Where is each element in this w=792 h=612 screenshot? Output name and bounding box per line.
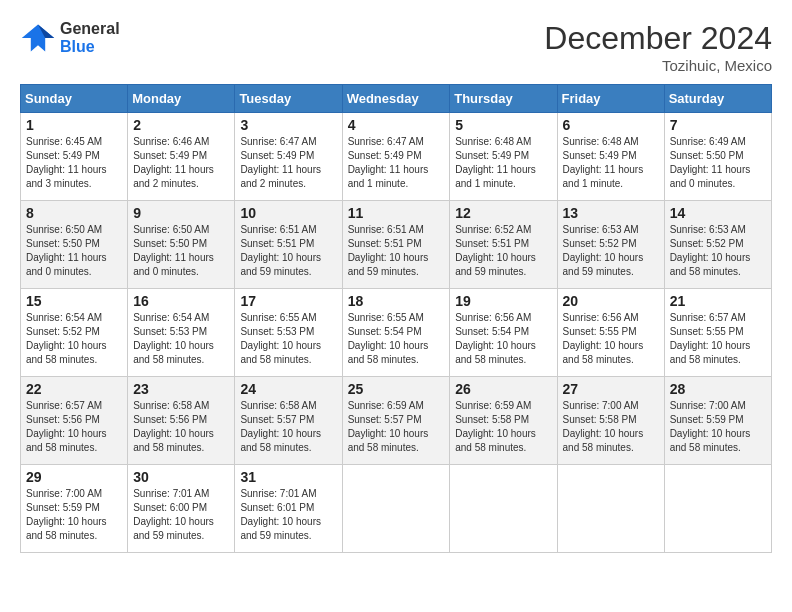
- calendar-week-row: 15Sunrise: 6:54 AM Sunset: 5:52 PM Dayli…: [21, 289, 772, 377]
- day-number: 26: [455, 381, 551, 397]
- calendar-cell: 1Sunrise: 6:45 AM Sunset: 5:49 PM Daylig…: [21, 113, 128, 201]
- calendar-cell: 21Sunrise: 6:57 AM Sunset: 5:55 PM Dayli…: [664, 289, 771, 377]
- weekday-header: Friday: [557, 85, 664, 113]
- calendar-cell: 8Sunrise: 6:50 AM Sunset: 5:50 PM Daylig…: [21, 201, 128, 289]
- month-title: December 2024: [544, 20, 772, 57]
- day-info: Sunrise: 6:57 AM Sunset: 5:56 PM Dayligh…: [26, 399, 122, 455]
- day-info: Sunrise: 6:56 AM Sunset: 5:54 PM Dayligh…: [455, 311, 551, 367]
- day-number: 31: [240, 469, 336, 485]
- calendar-cell: 2Sunrise: 6:46 AM Sunset: 5:49 PM Daylig…: [128, 113, 235, 201]
- calendar-cell: 25Sunrise: 6:59 AM Sunset: 5:57 PM Dayli…: [342, 377, 450, 465]
- calendar-cell: 24Sunrise: 6:58 AM Sunset: 5:57 PM Dayli…: [235, 377, 342, 465]
- day-number: 18: [348, 293, 445, 309]
- day-info: Sunrise: 6:48 AM Sunset: 5:49 PM Dayligh…: [563, 135, 659, 191]
- calendar-cell: 15Sunrise: 6:54 AM Sunset: 5:52 PM Dayli…: [21, 289, 128, 377]
- day-info: Sunrise: 6:54 AM Sunset: 5:53 PM Dayligh…: [133, 311, 229, 367]
- day-number: 27: [563, 381, 659, 397]
- calendar-week-row: 1Sunrise: 6:45 AM Sunset: 5:49 PM Daylig…: [21, 113, 772, 201]
- calendar-cell: 30Sunrise: 7:01 AM Sunset: 6:00 PM Dayli…: [128, 465, 235, 553]
- day-number: 21: [670, 293, 766, 309]
- day-number: 19: [455, 293, 551, 309]
- weekday-header: Saturday: [664, 85, 771, 113]
- day-number: 13: [563, 205, 659, 221]
- day-number: 22: [26, 381, 122, 397]
- calendar-cell: 6Sunrise: 6:48 AM Sunset: 5:49 PM Daylig…: [557, 113, 664, 201]
- page-header: General Blue December 2024 Tozihuic, Mex…: [20, 20, 772, 74]
- calendar-cell: 12Sunrise: 6:52 AM Sunset: 5:51 PM Dayli…: [450, 201, 557, 289]
- calendar-cell: 10Sunrise: 6:51 AM Sunset: 5:51 PM Dayli…: [235, 201, 342, 289]
- location: Tozihuic, Mexico: [544, 57, 772, 74]
- day-info: Sunrise: 7:01 AM Sunset: 6:00 PM Dayligh…: [133, 487, 229, 543]
- calendar-cell: 26Sunrise: 6:59 AM Sunset: 5:58 PM Dayli…: [450, 377, 557, 465]
- day-info: Sunrise: 6:48 AM Sunset: 5:49 PM Dayligh…: [455, 135, 551, 191]
- day-number: 14: [670, 205, 766, 221]
- day-info: Sunrise: 7:00 AM Sunset: 5:58 PM Dayligh…: [563, 399, 659, 455]
- day-info: Sunrise: 6:59 AM Sunset: 5:57 PM Dayligh…: [348, 399, 445, 455]
- calendar-header-row: SundayMondayTuesdayWednesdayThursdayFrid…: [21, 85, 772, 113]
- calendar-cell: 20Sunrise: 6:56 AM Sunset: 5:55 PM Dayli…: [557, 289, 664, 377]
- weekday-header: Tuesday: [235, 85, 342, 113]
- calendar-cell: 22Sunrise: 6:57 AM Sunset: 5:56 PM Dayli…: [21, 377, 128, 465]
- weekday-header: Wednesday: [342, 85, 450, 113]
- day-info: Sunrise: 7:00 AM Sunset: 5:59 PM Dayligh…: [26, 487, 122, 543]
- calendar-cell: 29Sunrise: 7:00 AM Sunset: 5:59 PM Dayli…: [21, 465, 128, 553]
- day-info: Sunrise: 6:53 AM Sunset: 5:52 PM Dayligh…: [563, 223, 659, 279]
- day-number: 3: [240, 117, 336, 133]
- calendar-cell: 23Sunrise: 6:58 AM Sunset: 5:56 PM Dayli…: [128, 377, 235, 465]
- calendar-cell: [557, 465, 664, 553]
- calendar-cell: 27Sunrise: 7:00 AM Sunset: 5:58 PM Dayli…: [557, 377, 664, 465]
- day-info: Sunrise: 6:49 AM Sunset: 5:50 PM Dayligh…: [670, 135, 766, 191]
- day-info: Sunrise: 6:56 AM Sunset: 5:55 PM Dayligh…: [563, 311, 659, 367]
- calendar-cell: 7Sunrise: 6:49 AM Sunset: 5:50 PM Daylig…: [664, 113, 771, 201]
- day-info: Sunrise: 7:01 AM Sunset: 6:01 PM Dayligh…: [240, 487, 336, 543]
- calendar-cell: 19Sunrise: 6:56 AM Sunset: 5:54 PM Dayli…: [450, 289, 557, 377]
- day-number: 5: [455, 117, 551, 133]
- calendar-cell: 28Sunrise: 7:00 AM Sunset: 5:59 PM Dayli…: [664, 377, 771, 465]
- day-info: Sunrise: 6:47 AM Sunset: 5:49 PM Dayligh…: [240, 135, 336, 191]
- day-number: 20: [563, 293, 659, 309]
- day-number: 23: [133, 381, 229, 397]
- calendar-cell: [342, 465, 450, 553]
- calendar-week-row: 22Sunrise: 6:57 AM Sunset: 5:56 PM Dayli…: [21, 377, 772, 465]
- calendar-cell: 3Sunrise: 6:47 AM Sunset: 5:49 PM Daylig…: [235, 113, 342, 201]
- day-info: Sunrise: 6:51 AM Sunset: 5:51 PM Dayligh…: [240, 223, 336, 279]
- logo-text: General Blue: [60, 20, 120, 56]
- calendar-cell: 16Sunrise: 6:54 AM Sunset: 5:53 PM Dayli…: [128, 289, 235, 377]
- day-number: 17: [240, 293, 336, 309]
- day-number: 1: [26, 117, 122, 133]
- calendar-cell: 4Sunrise: 6:47 AM Sunset: 5:49 PM Daylig…: [342, 113, 450, 201]
- day-number: 16: [133, 293, 229, 309]
- day-info: Sunrise: 6:57 AM Sunset: 5:55 PM Dayligh…: [670, 311, 766, 367]
- calendar-week-row: 29Sunrise: 7:00 AM Sunset: 5:59 PM Dayli…: [21, 465, 772, 553]
- calendar-cell: [450, 465, 557, 553]
- day-info: Sunrise: 6:59 AM Sunset: 5:58 PM Dayligh…: [455, 399, 551, 455]
- title-block: December 2024 Tozihuic, Mexico: [544, 20, 772, 74]
- day-number: 28: [670, 381, 766, 397]
- day-info: Sunrise: 6:58 AM Sunset: 5:56 PM Dayligh…: [133, 399, 229, 455]
- day-info: Sunrise: 6:51 AM Sunset: 5:51 PM Dayligh…: [348, 223, 445, 279]
- day-info: Sunrise: 6:50 AM Sunset: 5:50 PM Dayligh…: [26, 223, 122, 279]
- day-info: Sunrise: 6:54 AM Sunset: 5:52 PM Dayligh…: [26, 311, 122, 367]
- calendar-cell: 31Sunrise: 7:01 AM Sunset: 6:01 PM Dayli…: [235, 465, 342, 553]
- calendar-cell: 5Sunrise: 6:48 AM Sunset: 5:49 PM Daylig…: [450, 113, 557, 201]
- calendar-cell: 17Sunrise: 6:55 AM Sunset: 5:53 PM Dayli…: [235, 289, 342, 377]
- day-info: Sunrise: 6:50 AM Sunset: 5:50 PM Dayligh…: [133, 223, 229, 279]
- day-info: Sunrise: 6:55 AM Sunset: 5:53 PM Dayligh…: [240, 311, 336, 367]
- day-number: 11: [348, 205, 445, 221]
- day-info: Sunrise: 6:46 AM Sunset: 5:49 PM Dayligh…: [133, 135, 229, 191]
- day-info: Sunrise: 6:55 AM Sunset: 5:54 PM Dayligh…: [348, 311, 445, 367]
- day-number: 25: [348, 381, 445, 397]
- day-number: 4: [348, 117, 445, 133]
- calendar-cell: 11Sunrise: 6:51 AM Sunset: 5:51 PM Dayli…: [342, 201, 450, 289]
- calendar-cell: 9Sunrise: 6:50 AM Sunset: 5:50 PM Daylig…: [128, 201, 235, 289]
- day-number: 24: [240, 381, 336, 397]
- day-info: Sunrise: 7:00 AM Sunset: 5:59 PM Dayligh…: [670, 399, 766, 455]
- weekday-header: Thursday: [450, 85, 557, 113]
- logo: General Blue: [20, 20, 120, 56]
- day-number: 15: [26, 293, 122, 309]
- weekday-header: Sunday: [21, 85, 128, 113]
- calendar-cell: 18Sunrise: 6:55 AM Sunset: 5:54 PM Dayli…: [342, 289, 450, 377]
- day-number: 8: [26, 205, 122, 221]
- day-number: 2: [133, 117, 229, 133]
- day-number: 12: [455, 205, 551, 221]
